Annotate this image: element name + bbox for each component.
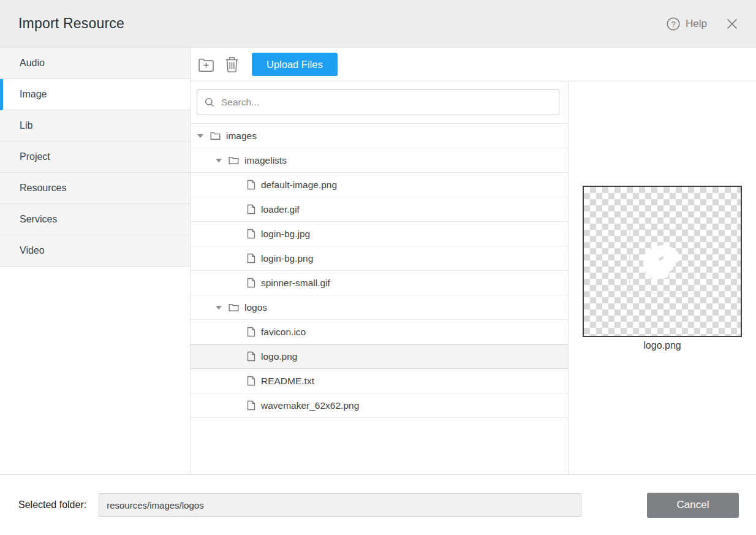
file-icon	[247, 180, 255, 190]
tree-folder-row[interactable]: imagelists	[191, 148, 568, 173]
content-columns: imagesimagelistsdefault-image.pngloader.…	[191, 82, 756, 474]
tree-node-label: favicon.ico	[261, 327, 306, 338]
header-actions: ? Help	[667, 17, 738, 31]
sidebar-item-project[interactable]: Project	[0, 142, 190, 173]
dialog-title: Import Resource	[18, 15, 124, 32]
help-label: Help	[686, 18, 707, 30]
tree-file-row[interactable]: default-image.png	[191, 173, 568, 197]
sidebar-item-label: Project	[20, 151, 50, 162]
search-area	[191, 82, 568, 123]
sidebar-item-label: Image	[20, 89, 47, 100]
sidebar-item-label: Audio	[20, 58, 45, 69]
file-icon	[247, 229, 255, 239]
tree-node-label: default-image.png	[261, 180, 337, 191]
tree-file-row[interactable]: spinner-small.gif	[191, 271, 568, 295]
close-button[interactable]	[727, 18, 738, 29]
sidebar-item-label: Video	[20, 245, 45, 256]
folder-icon	[229, 303, 239, 312]
caret-down-icon[interactable]	[197, 134, 204, 138]
resource-type-sidebar: AudioImageLibProjectResourcesServicesVid…	[0, 48, 191, 474]
cancel-button[interactable]: Cancel	[647, 493, 739, 518]
tree-file-row[interactable]: loader.gif	[191, 197, 568, 222]
folder-icon	[210, 131, 221, 140]
image-bounds-outline	[629, 229, 695, 294]
circle-question-icon: ?	[667, 17, 680, 31]
svg-text:?: ?	[671, 19, 675, 28]
file-icon	[247, 327, 255, 337]
caret-down-icon[interactable]	[215, 159, 222, 162]
file-icon	[247, 376, 255, 386]
search-icon	[205, 97, 214, 107]
tree-file-row[interactable]: logo.png	[191, 344, 568, 369]
sidebar-item-video[interactable]: Video	[0, 235, 190, 267]
sidebar-item-image[interactable]: Image	[0, 79, 190, 110]
tree-node-label: README.txt	[261, 376, 314, 387]
help-button[interactable]: ? Help	[667, 17, 707, 31]
dialog-header: Import Resource ? Help	[0, 0, 756, 48]
sidebar-item-audio[interactable]: Audio	[0, 48, 190, 79]
tree-node-label: imagelists	[244, 155, 287, 166]
sidebar-item-label: Resources	[20, 183, 66, 194]
preview-caption: logo.png	[643, 340, 681, 351]
toolbar: Upload Files	[191, 48, 756, 82]
folder-icon	[229, 156, 239, 165]
wavemaker-logo-image	[637, 237, 688, 286]
import-resource-dialog: Import Resource ? Help	[0, 0, 756, 535]
sidebar-item-label: Lib	[20, 120, 32, 131]
tree-node-label: logo.png	[261, 351, 297, 362]
caret-down-icon[interactable]	[215, 306, 222, 309]
tree-node-label: logos	[244, 302, 267, 313]
selected-folder-input[interactable]	[99, 493, 581, 517]
delete-icon	[225, 56, 239, 73]
sidebar-item-resources[interactable]: Resources	[0, 173, 190, 204]
tree-file-row[interactable]: favicon.ico	[191, 320, 568, 344]
new-folder-icon	[198, 57, 214, 72]
tree-node-label: wavemaker_62x62.png	[261, 400, 359, 411]
tree-node-label: spinner-small.gif	[261, 278, 330, 289]
sidebar-item-lib[interactable]: Lib	[0, 110, 190, 142]
tree-file-row[interactable]: login-bg.jpg	[191, 222, 568, 246]
tree-node-label: loader.gif	[261, 204, 300, 215]
preview-panel: logo.png	[569, 82, 756, 474]
file-tree: imagesimagelistsdefault-image.pngloader.…	[191, 123, 568, 474]
file-icon	[247, 351, 255, 362]
file-icon	[247, 204, 255, 214]
new-folder-button[interactable]	[198, 57, 214, 72]
tree-node-label: login-bg.jpg	[261, 229, 310, 240]
upload-files-button[interactable]: Upload Files	[252, 53, 338, 76]
content-area: Upload Files	[191, 48, 756, 474]
delete-button[interactable]	[225, 56, 239, 73]
file-icon	[247, 253, 255, 264]
image-preview	[583, 186, 742, 337]
selected-folder-label: Selected folder:	[18, 499, 86, 510]
tree-file-row[interactable]: wavemaker_62x62.png	[191, 393, 568, 418]
search-input[interactable]	[220, 96, 551, 108]
tree-node-label: login-bg.png	[261, 253, 313, 264]
sidebar-item-label: Services	[20, 214, 57, 225]
file-browser: imagesimagelistsdefault-image.pngloader.…	[191, 82, 569, 474]
tree-node-label: images	[226, 131, 257, 142]
close-icon	[727, 18, 738, 29]
file-icon	[247, 400, 255, 411]
sidebar-item-services[interactable]: Services	[0, 204, 190, 235]
tree-folder-row[interactable]: logos	[191, 295, 568, 320]
file-icon	[247, 278, 255, 288]
tree-file-row[interactable]: login-bg.png	[191, 246, 568, 271]
dialog-footer: Selected folder: Cancel	[0, 474, 756, 535]
dialog-body: AudioImageLibProjectResourcesServicesVid…	[0, 48, 756, 474]
tree-file-row[interactable]: README.txt	[191, 369, 568, 393]
search-box[interactable]	[197, 89, 559, 115]
tree-folder-row[interactable]: images	[191, 124, 568, 148]
